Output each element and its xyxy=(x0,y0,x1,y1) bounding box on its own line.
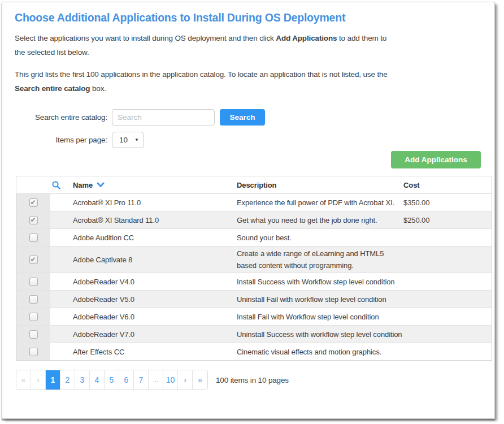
items-per-page-select[interactable]: 10 ▼ xyxy=(112,132,144,148)
search-input[interactable] xyxy=(112,109,215,126)
chevron-down-icon: ▼ xyxy=(134,137,139,142)
table-row: AdobeReader V7.0 Uninstall Success with … xyxy=(16,325,492,343)
checkbox-cell xyxy=(16,194,50,211)
pagination-summary: 100 items in 10 pages xyxy=(216,376,289,384)
os-deployment-apps-window: Choose Additional Applications to Instal… xyxy=(2,2,495,419)
page-first-button: « xyxy=(16,370,31,390)
app-description: Cinematic visual effects and motion grap… xyxy=(237,346,403,358)
app-description: Install Success with Workflow step level… xyxy=(237,276,403,288)
search-catalog-label: Search entire catalog: xyxy=(15,113,112,122)
table-row: Adobe Captivate 8 Create a wide range of… xyxy=(16,246,492,272)
page-next-button[interactable]: › xyxy=(178,370,193,390)
page-prev-button: ‹ xyxy=(31,370,46,390)
intro1-text: Select the applications you want to inst… xyxy=(15,34,276,42)
intro-paragraph-1: Select the applications you want to inst… xyxy=(15,31,394,59)
search-row: Search entire catalog: Search xyxy=(15,109,482,126)
column-header-name[interactable]: Name xyxy=(50,180,237,190)
app-description: Create a wide range of eLearning and HTM… xyxy=(237,248,403,271)
app-name: Adobe Captivate 8 xyxy=(50,256,237,264)
app-name: AdobeReader V6.0 xyxy=(50,313,237,321)
name-header-label: Name xyxy=(73,181,93,189)
app-name: AdobeReader V7.0 xyxy=(50,330,237,339)
add-applications-button[interactable]: Add Applications xyxy=(391,151,481,168)
intro2-bold-search-catalog: Search entire catalog xyxy=(15,84,90,93)
intro1-bold-add-applications: Add Applications xyxy=(276,34,337,42)
page-button-3[interactable]: 3 xyxy=(75,370,90,390)
row-checkbox[interactable] xyxy=(29,348,38,356)
items-per-page-row: Items per page: 10 ▼ xyxy=(15,132,482,148)
table-row: Adobe Audition CC Sound your best. xyxy=(16,228,492,246)
checkbox-cell xyxy=(16,308,50,325)
app-name: Acrobat® XI Standard 11.0 xyxy=(50,216,237,224)
page-ellipsis: ... xyxy=(149,370,163,390)
search-icon[interactable] xyxy=(51,180,61,190)
checkbox-cell xyxy=(16,211,50,228)
items-per-page-label: Items per page: xyxy=(15,136,112,144)
page-button-4[interactable]: 4 xyxy=(90,370,105,390)
table-row: AdobeReader V6.0 Install Fail with Workf… xyxy=(16,308,492,325)
table-header-row: Name Description Cost xyxy=(16,176,492,193)
app-name: AdobeReader V4.0 xyxy=(50,278,237,286)
intro-paragraph-2: This grid lists the first 100 applicatio… xyxy=(15,67,394,96)
row-checkbox[interactable] xyxy=(29,313,38,321)
checkbox-cell xyxy=(16,246,50,272)
page-button-6[interactable]: 6 xyxy=(119,370,134,390)
page-button-1[interactable]: 1 xyxy=(46,370,60,390)
app-description: Sound your best. xyxy=(237,232,403,244)
app-name: AdobeReader V5.0 xyxy=(50,295,237,304)
intro2-text: This grid lists the first 100 applicatio… xyxy=(15,70,388,79)
sort-descending-icon xyxy=(97,182,105,188)
row-checkbox[interactable] xyxy=(29,295,38,304)
table-row: Acrobat® XI Standard 11.0 Get what you n… xyxy=(16,211,492,228)
app-description: Experience the full power of PDF with Ac… xyxy=(237,197,403,209)
table-row: AdobeReader V5.0 Uninstall Fail with wor… xyxy=(16,290,492,308)
items-per-page-value: 10 xyxy=(119,136,134,144)
page-title: Choose Additional Applications to Instal… xyxy=(15,11,482,24)
checkbox-cell xyxy=(16,273,50,290)
intro2-text-2: box. xyxy=(90,84,106,93)
column-header-description[interactable]: Description xyxy=(237,179,403,191)
table-row: After Effects CC Cinematic visual effect… xyxy=(16,343,492,360)
checkbox-cell xyxy=(16,229,50,246)
row-checkbox[interactable] xyxy=(29,330,38,339)
app-description: Get what you need to get the job done ri… xyxy=(237,214,403,226)
pagination: « ‹ 1 2 3 4 5 6 7 ... 10 › » xyxy=(16,370,208,390)
table-row: AdobeReader V4.0 Install Success with Wo… xyxy=(16,272,492,290)
page-button-10[interactable]: 10 xyxy=(163,370,178,390)
applications-table: Name Description Cost Acrobat® XI Pro 11… xyxy=(16,176,492,361)
app-cost: $350.00 xyxy=(403,198,492,207)
table-row: Acrobat® XI Pro 11.0 Experience the full… xyxy=(16,193,492,211)
column-header-cost[interactable]: Cost xyxy=(403,181,492,189)
app-name: Acrobat® XI Pro 11.0 xyxy=(50,198,237,207)
page-button-7[interactable]: 7 xyxy=(134,370,149,390)
checkbox-cell xyxy=(16,343,50,360)
row-checkbox[interactable] xyxy=(29,233,38,242)
app-name: Adobe Audition CC xyxy=(50,233,237,242)
row-checkbox[interactable] xyxy=(29,256,38,264)
page-last-button[interactable]: » xyxy=(193,370,207,390)
row-checkbox[interactable] xyxy=(29,216,38,224)
header-checkbox-column xyxy=(16,176,50,193)
row-checkbox[interactable] xyxy=(29,198,38,207)
app-description: Uninstall Fail with workflow step level … xyxy=(237,293,403,305)
checkbox-cell xyxy=(16,291,50,308)
app-description: Install Fail with Workflow step level co… xyxy=(237,311,403,323)
search-button[interactable]: Search xyxy=(220,109,265,126)
checkbox-cell xyxy=(16,326,50,343)
app-description: Uninstall Success with workflow step lev… xyxy=(237,328,403,340)
add-applications-row: Add Applications xyxy=(2,151,494,168)
pagination-row: « ‹ 1 2 3 4 5 6 7 ... 10 › » 100 items i… xyxy=(16,370,481,390)
row-checkbox[interactable] xyxy=(29,278,38,286)
page-button-5[interactable]: 5 xyxy=(105,370,119,390)
page-button-2[interactable]: 2 xyxy=(60,370,75,390)
app-name: After Effects CC xyxy=(50,348,237,356)
app-cost: $250.00 xyxy=(403,216,492,224)
